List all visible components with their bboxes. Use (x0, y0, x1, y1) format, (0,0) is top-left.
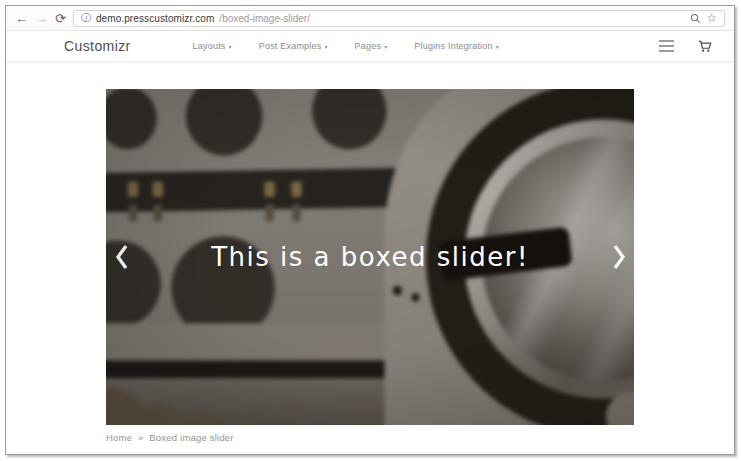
chevron-down-icon: ▾ (324, 43, 327, 50)
search-icon[interactable] (690, 13, 701, 24)
menu-item-layouts[interactable]: Layouts ▾ (193, 41, 232, 51)
chevron-left-icon (114, 243, 129, 271)
breadcrumb-current-page: Boxed image slider (149, 432, 233, 443)
main-menu: Layouts ▾ Post Examples ▾ Pages ▾ Plugin… (193, 41, 499, 51)
slide-caption: This is a boxed slider! (211, 242, 529, 272)
boxed-image-slider: This is a boxed slider! (106, 89, 634, 425)
menu-item-label: Post Examples (259, 41, 322, 51)
menu-item-label: Plugins Integration (414, 41, 492, 51)
refresh-button[interactable]: ⟳ (55, 12, 66, 25)
browser-window: ← → ⟳ ⓘ demo.presscustomizr.com /boxed-i… (5, 5, 735, 455)
bookmark-star-icon[interactable]: ☆ (706, 12, 717, 24)
slider-next-button[interactable] (610, 242, 628, 272)
page-content: This is a boxed slider! Home » Boxed ima… (6, 89, 734, 455)
page-info-icon[interactable]: ⓘ (81, 13, 91, 23)
chevron-right-icon (612, 243, 627, 271)
menu-item-pages[interactable]: Pages ▾ (355, 41, 388, 51)
breadcrumb-separator: » (138, 432, 143, 443)
site-navbar: Customizr Layouts ▾ Post Examples ▾ Page… (6, 31, 734, 62)
menu-item-plugins-integration[interactable]: Plugins Integration ▾ (414, 41, 499, 51)
menu-item-label: Layouts (193, 41, 226, 51)
url-domain: demo.presscustomizr.com (96, 13, 214, 24)
menu-item-label: Pages (355, 41, 382, 51)
chevron-down-icon: ▾ (384, 43, 387, 50)
site-logo[interactable]: Customizr (64, 38, 131, 54)
slider-prev-button[interactable] (112, 242, 130, 272)
hamburger-menu-icon[interactable] (659, 40, 674, 52)
menu-item-post-examples[interactable]: Post Examples ▾ (259, 41, 328, 51)
forward-button[interactable]: → (35, 12, 48, 25)
back-button[interactable]: ← (15, 12, 28, 25)
breadcrumb-home-link[interactable]: Home (106, 432, 132, 443)
address-bar[interactable]: ⓘ demo.presscustomizr.com /boxed-image-s… (73, 10, 725, 27)
url-path: /boxed-image-slider/ (219, 13, 310, 24)
chevron-down-icon: ▾ (496, 43, 499, 50)
browser-toolbar: ← → ⟳ ⓘ demo.presscustomizr.com /boxed-i… (6, 6, 734, 31)
chevron-down-icon: ▾ (229, 43, 232, 50)
breadcrumb: Home » Boxed image slider (106, 432, 634, 443)
shopping-cart-icon[interactable] (698, 40, 712, 53)
